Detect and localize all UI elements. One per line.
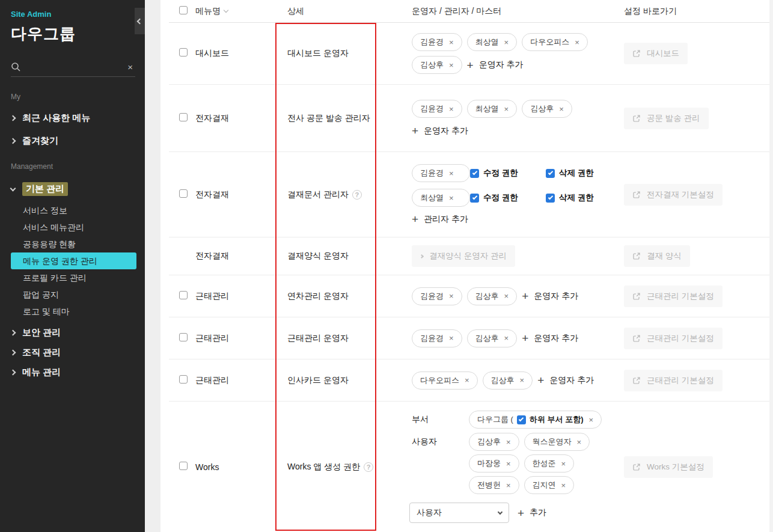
member-chip: 전병헌× [469, 476, 519, 494]
row-checkbox[interactable] [179, 333, 188, 341]
table-row: Works Works 앱 생성 권한 ? 부서 다우그룹 ( 하위 부서 포함… [169, 402, 773, 532]
add-button[interactable]: +추가 [518, 507, 546, 519]
remove-chip-icon[interactable]: × [449, 292, 454, 300]
remove-chip-icon[interactable]: × [506, 482, 511, 489]
remove-chip-icon[interactable]: × [577, 438, 582, 446]
sidebar-item-favorites[interactable]: 즐겨찾기 [11, 135, 135, 147]
sidebar-item-basic-management[interactable]: 기본 관리 [11, 182, 135, 196]
shortcut-button-approval-form[interactable]: 결재 양식 [624, 245, 690, 267]
member-chip: 최상열× [467, 100, 518, 118]
delete-permission-checkbox[interactable]: 삭제 권한 [546, 168, 594, 179]
remove-chip-icon[interactable]: × [520, 376, 525, 384]
remove-chip-icon[interactable]: × [449, 170, 454, 177]
shortcut-label: 근태관리 기본설정 [647, 333, 714, 344]
shortcut-button-attendance-settings[interactable]: 근태관리 기본설정 [624, 286, 723, 307]
add-operator-button[interactable]: +운영자 추가 [522, 332, 578, 344]
row-checkbox[interactable] [179, 189, 188, 198]
row-checkbox[interactable] [179, 48, 188, 57]
checked-checkbox-icon[interactable] [517, 415, 526, 424]
remove-chip-icon[interactable]: × [504, 292, 509, 300]
menu-name: 전자결재 [195, 189, 287, 200]
menu-name: Works [195, 462, 287, 472]
remove-chip-icon[interactable]: × [449, 61, 454, 69]
menu-name: 대시보드 [195, 48, 287, 59]
table-row: 전자결재 결재문서 관리자 ? 김윤경× 수정 권한 삭제 권한 최상열× 수정… [169, 152, 773, 237]
column-header-detail: 상세 [287, 6, 412, 17]
shortcut-button-approval-settings[interactable]: 전자결재 기본설정 [624, 184, 723, 206]
sidebar-item-shared-capacity[interactable]: 공용용량 현황 [11, 236, 136, 252]
row-checkbox[interactable] [179, 291, 188, 299]
detail-name: 결재문서 관리자 [287, 189, 349, 200]
select-all-checkbox[interactable] [179, 6, 188, 14]
sidebar-item-menu-management[interactable]: 메뉴 관리 [11, 367, 135, 378]
sidebar-search[interactable]: × [11, 58, 135, 77]
remove-chip-icon[interactable]: × [449, 334, 454, 342]
remove-chip-icon[interactable]: × [506, 438, 511, 446]
sidebar-item-service-menu[interactable]: 서비스 메뉴관리 [11, 219, 136, 236]
add-operator-button[interactable]: +운영자 추가 [522, 290, 578, 302]
member-chip: 마장웅× [469, 454, 519, 472]
external-link-icon [632, 376, 641, 385]
add-label: 운영자 추가 [424, 126, 468, 136]
add-admin-button[interactable]: +관리자 추가 [412, 213, 468, 225]
remove-chip-icon[interactable]: × [561, 460, 566, 468]
target-type-select[interactable]: 사용자 [409, 503, 509, 523]
sidebar-item-service-info[interactable]: 서비스 정보 [11, 202, 136, 219]
member-chip: 한성준× [524, 454, 575, 472]
plus-icon: + [537, 375, 544, 386]
remove-chip-icon[interactable]: × [559, 105, 564, 113]
add-operator-button[interactable]: +운영자 추가 [412, 125, 468, 136]
add-label: 운영자 추가 [549, 375, 594, 386]
remove-chip-icon[interactable]: × [449, 194, 454, 202]
remove-chip-icon[interactable]: × [504, 38, 509, 46]
shortcut-button-official-doc[interactable]: 공문 발송 관리 [624, 108, 709, 129]
menu-name: 전자결재 [195, 251, 287, 261]
help-icon[interactable]: ? [364, 462, 373, 472]
remove-chip-icon[interactable]: × [506, 460, 511, 468]
chip-label: 다우그룹 ( [477, 414, 513, 425]
add-operator-button[interactable]: +운영자 추가 [467, 60, 524, 71]
edit-permission-checkbox[interactable]: 수정 권한 [470, 192, 546, 203]
chip-label: 마장웅 [477, 458, 501, 469]
row-checkbox[interactable] [179, 113, 188, 121]
shortcut-button-attendance-settings[interactable]: 근태관리 기본설정 [624, 370, 723, 391]
remove-chip-icon[interactable]: × [504, 334, 509, 342]
row-checkbox[interactable] [179, 462, 188, 470]
help-icon[interactable]: ? [352, 190, 362, 200]
dept-chip: 다우그룹 ( 하위 부서 포함) × [469, 411, 602, 429]
external-link-icon [632, 252, 641, 260]
shortcut-button-dashboard[interactable]: 대시보드 [624, 43, 688, 64]
edit-permission-checkbox[interactable]: 수정 권한 [470, 168, 546, 179]
sidebar-item-menu-permission[interactable]: 메뉴 운영 권한 관리 [11, 252, 136, 269]
remove-chip-icon[interactable]: × [504, 105, 509, 113]
table-row: 전자결재 결재양식 운영자 결재양식 운영자 관리 결재 양식 [169, 237, 773, 275]
remove-chip-icon[interactable]: × [449, 105, 454, 113]
chip-label: 전병헌 [477, 480, 501, 491]
vertical-scrollbar[interactable] [769, 0, 773, 532]
external-link-icon [632, 334, 641, 343]
delete-permission-checkbox[interactable]: 삭제 권한 [546, 192, 594, 203]
remove-chip-icon[interactable]: × [449, 38, 454, 46]
sidebar-item-organization[interactable]: 조직 관리 [11, 347, 135, 358]
sidebar-collapse-button[interactable] [135, 8, 145, 34]
chevron-right-icon [10, 115, 16, 121]
member-chip: 김지연× [524, 476, 575, 494]
remove-chip-icon[interactable]: × [465, 376, 469, 384]
sidebar-item-profile-card[interactable]: 프로필 카드 관리 [11, 269, 136, 286]
sidebar-item-popup-notice[interactable]: 팝업 공지 [11, 286, 136, 303]
remove-chip-icon[interactable]: × [589, 416, 594, 424]
sidebar-item-recent-menus[interactable]: 최근 사용한 메뉴 [11, 112, 135, 124]
column-header-shortcut: 설정 바로가기 [624, 6, 773, 17]
remove-chip-icon[interactable]: × [561, 482, 566, 489]
sidebar-item-logo-theme[interactable]: 로고 및 테마 [11, 303, 136, 320]
shortcut-button-works-settings[interactable]: Works 기본설정 [624, 456, 713, 478]
sidebar-item-security[interactable]: 보안 관리 [11, 327, 135, 338]
add-operator-button[interactable]: +운영자 추가 [537, 375, 594, 386]
shortcut-button-attendance-settings[interactable]: 근태관리 기본설정 [624, 328, 723, 349]
row-checkbox[interactable] [179, 375, 188, 384]
form-operator-manage-button[interactable]: 결재양식 운영자 관리 [412, 245, 515, 267]
checked-checkbox-icon [470, 169, 479, 178]
clear-search-icon[interactable]: × [125, 62, 135, 72]
remove-chip-icon[interactable]: × [575, 38, 579, 46]
column-header-menu[interactable]: 메뉴명 [195, 6, 287, 17]
